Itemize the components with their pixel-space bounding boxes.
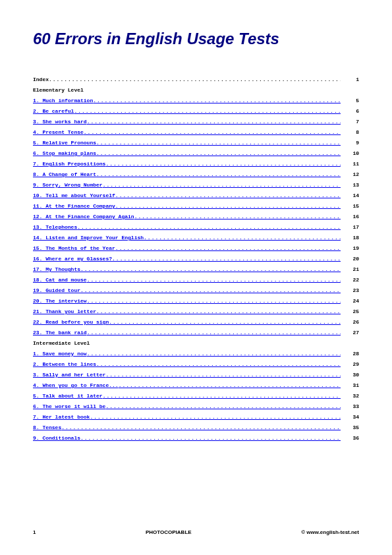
toc-page: 25: [341, 307, 359, 317]
toc-page: 26: [341, 317, 359, 328]
toc-page: 5: [341, 96, 359, 106]
toc-link[interactable]: 9. Sorry, Wrong Number: [33, 180, 103, 190]
toc-link[interactable]: 7. English Prepositions: [33, 159, 105, 169]
toc-leader: [105, 401, 341, 412]
toc-row: 18. Cat and mouse 22: [33, 275, 359, 285]
toc-link[interactable]: 18. Cat and mouse: [33, 275, 87, 285]
toc-link[interactable]: 3. She works hard: [33, 117, 87, 127]
toc-row: 11. At the Finance Company 15: [33, 201, 359, 212]
toc-leader: [103, 391, 341, 401]
toc-link[interactable]: 23. The bank raid: [33, 328, 87, 338]
toc-page: 16: [341, 212, 359, 222]
toc-row: Index 1: [33, 74, 359, 85]
toc-link[interactable]: 6. The worse it will be: [33, 401, 105, 412]
toc-leader: [109, 317, 341, 328]
toc-row: 3. Sally and her Letter 30: [33, 370, 359, 380]
toc-link[interactable]: 13. Telephones: [33, 222, 77, 233]
toc-row: 9. Conditionals 36: [33, 433, 359, 444]
toc-leader: [93, 96, 341, 106]
toc-leader: [96, 169, 341, 180]
toc-leader: [77, 222, 341, 233]
toc-row: 10. Tell me about Yourself 14: [33, 190, 359, 201]
toc-row: 9. Sorry, Wrong Number 13: [33, 180, 359, 190]
toc-page: 19: [341, 243, 359, 254]
toc-link[interactable]: 6. Stop making plans: [33, 148, 96, 159]
toc-link[interactable]: 2. Between the lines: [33, 359, 96, 370]
toc-page: 7: [341, 117, 359, 127]
toc-link[interactable]: 12. At the Finance Company Again: [33, 212, 134, 222]
toc-leader: [74, 106, 341, 117]
toc-page: 28: [341, 349, 359, 359]
toc-page: 32: [341, 391, 359, 401]
toc-leader: [103, 180, 341, 190]
toc-link[interactable]: 5. Talk about it later: [33, 391, 103, 401]
toc-row: 23. The bank raid 27: [33, 328, 359, 338]
toc-page: 36: [341, 433, 359, 444]
toc-link[interactable]: 15. The Months of the Year: [33, 243, 115, 254]
toc-page: 31: [341, 380, 359, 391]
toc-page: 29: [341, 359, 359, 370]
toc-leader: [87, 349, 341, 359]
toc-row: 4. When you go to France... 31: [33, 380, 359, 391]
toc-row: 7. English Prepositions 11: [33, 159, 359, 169]
toc-page: 21: [341, 264, 359, 275]
toc-row: 1. Save money now 28: [33, 349, 359, 359]
toc-leader: [87, 275, 341, 285]
section-heading: Elementary Level: [33, 85, 359, 96]
toc-page: 30: [341, 370, 359, 380]
toc-leader: [49, 74, 341, 85]
page-title: 60 Errors in English Usage Tests: [33, 30, 359, 48]
toc-leader: [80, 285, 341, 296]
toc-link[interactable]: 1. Save money now: [33, 349, 87, 359]
toc-row: 15. The Months of the Year 19: [33, 243, 359, 254]
toc-page: 13: [341, 180, 359, 190]
toc-link[interactable]: 7. Her latest book: [33, 412, 90, 423]
section-heading: Intermediate Level: [33, 338, 359, 349]
toc-leader: [134, 212, 341, 222]
toc-link[interactable]: 11. At the Finance Company: [33, 201, 115, 212]
toc-page: 35: [341, 423, 359, 433]
toc-link[interactable]: 20. The interview: [33, 296, 87, 307]
toc-page: 1: [341, 74, 359, 85]
toc-link[interactable]: 8. A Change of Heart: [33, 169, 96, 180]
toc-page: 22: [341, 275, 359, 285]
toc-row: 13. Telephones 17: [33, 222, 359, 233]
toc-row: 6. The worse it will be 33: [33, 401, 359, 412]
toc-link[interactable]: 9. Conditionals: [33, 433, 80, 444]
toc-page: 8: [341, 127, 359, 138]
toc-row: 21. Thank you letter 25: [33, 307, 359, 317]
toc-link[interactable]: 2. Be careful: [33, 106, 74, 117]
toc-leader: [80, 433, 341, 444]
toc-leader: [61, 423, 341, 433]
toc-link[interactable]: 1. Much information: [33, 96, 93, 106]
toc-link[interactable]: 8. Tenses: [33, 423, 61, 433]
toc-row: 12. At the Finance Company Again 16: [33, 212, 359, 222]
toc-row: 17. My Thoughts 21: [33, 264, 359, 275]
toc-leader: [84, 127, 341, 138]
toc-row: 20. The interview 24: [33, 296, 359, 307]
toc-link[interactable]: 5. Relative Pronouns: [33, 138, 96, 148]
toc-link[interactable]: 22. Read before you sign: [33, 317, 109, 328]
toc-leader: [105, 370, 341, 380]
toc-page: 9: [341, 138, 359, 148]
toc-page: 24: [341, 296, 359, 307]
toc-link[interactable]: 16. Where are my Glasses?: [33, 254, 112, 264]
toc-row: 16. Where are my Glasses? 20: [33, 254, 359, 264]
toc-page: 20: [341, 254, 359, 264]
toc-label: Index: [33, 74, 49, 85]
toc-link[interactable]: 4. Present Tense: [33, 127, 84, 138]
toc-link[interactable]: 4. When you go to France...: [33, 380, 119, 391]
toc-leader: [96, 359, 341, 370]
toc-leader: [90, 412, 341, 423]
toc-leader: [115, 190, 341, 201]
toc-page: 6: [341, 106, 359, 117]
toc-link[interactable]: 17. My Thoughts: [33, 264, 80, 275]
toc-page: 18: [341, 233, 359, 243]
toc-link[interactable]: 3. Sally and her Letter: [33, 370, 105, 380]
toc-link[interactable]: 10. Tell me about Yourself: [33, 190, 115, 201]
toc-link[interactable]: 19. Guided tour: [33, 285, 80, 296]
toc-leader: [144, 233, 341, 243]
toc-link[interactable]: 21. Thank you letter: [33, 307, 96, 317]
toc-link[interactable]: 14. Listen and Improve Your English: [33, 233, 144, 243]
toc-page: 14: [341, 190, 359, 201]
